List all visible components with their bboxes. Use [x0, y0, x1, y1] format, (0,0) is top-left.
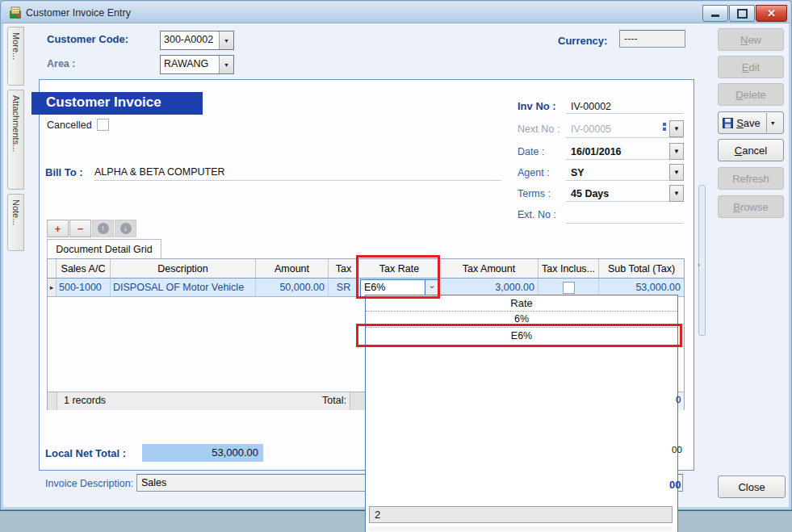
- date-label: Date :: [518, 146, 544, 157]
- chevron-down-icon: ▼: [673, 125, 680, 132]
- maximize-button[interactable]: [729, 5, 755, 22]
- next-no-dropdown-button[interactable]: ▼: [669, 120, 684, 137]
- arrow-up-icon: ↑: [98, 223, 109, 234]
- col-tax[interactable]: Tax: [329, 259, 359, 278]
- date-value[interactable]: 16/01/2016: [571, 146, 622, 157]
- refresh-button[interactable]: Refresh: [718, 167, 784, 190]
- terms-dropdown-button[interactable]: ▼: [669, 185, 684, 202]
- chevron-down-icon: ▼: [673, 169, 680, 176]
- browse-button[interactable]: Browse: [718, 195, 784, 218]
- sidebar-tab-more[interactable]: More...: [7, 27, 24, 86]
- currency-field[interactable]: ----: [619, 30, 685, 48]
- remove-row-button[interactable]: −: [69, 220, 91, 237]
- cell-tax-inclusive[interactable]: [538, 279, 599, 296]
- currency-value: ----: [624, 33, 638, 44]
- date-dropdown-button[interactable]: ▼: [669, 143, 684, 160]
- arrow-down-icon: ↓: [120, 223, 132, 234]
- minus-icon: −: [78, 223, 84, 235]
- local-net-total-value: 53,000.00: [142, 444, 263, 462]
- popup-record-count: 2: [369, 506, 673, 523]
- sidebar-tab-note[interactable]: Note...: [7, 194, 24, 251]
- cancelled-label: Cancelled: [47, 119, 92, 131]
- terms-value[interactable]: 45 Days: [571, 188, 609, 199]
- form-banner: Customer Invoice: [31, 92, 203, 115]
- ext-no-label: Ext. No :: [518, 209, 556, 220]
- agent-dropdown-button[interactable]: ▼: [669, 164, 684, 181]
- area-label: Area :: [47, 58, 75, 69]
- customer-code-label: Customer Code:: [47, 33, 128, 45]
- close-icon: ✕: [767, 7, 776, 19]
- invoice-description-label: Invoice Description:: [45, 478, 133, 489]
- area-combo[interactable]: RAWANG ▼: [160, 55, 234, 74]
- col-indicator: [48, 259, 57, 278]
- sidebar-tab-attachments-label: Attachments...: [11, 95, 21, 152]
- lookup-icon: [663, 123, 666, 126]
- customer-code-value: 300-A0002: [161, 31, 219, 49]
- save-dropdown-icon[interactable]: ▼: [766, 113, 779, 132]
- new-button-label: New: [740, 34, 761, 46]
- obscured-total-fragment: 00: [672, 445, 682, 455]
- annotation-box-tax-rate-column: [356, 255, 440, 299]
- chevron-down-icon[interactable]: ▼: [219, 31, 233, 49]
- customer-code-combo[interactable]: 300-A0002 ▼: [160, 31, 234, 50]
- col-tax-amount[interactable]: Tax Amount: [440, 259, 538, 278]
- currency-label: Currency:: [558, 35, 607, 47]
- lookup-icon: [663, 128, 666, 131]
- inv-no-label: Inv No :: [518, 100, 556, 112]
- move-row-up-button[interactable]: ↑: [92, 220, 114, 237]
- tab-document-detail-grid[interactable]: Document Detail Grid: [47, 239, 161, 259]
- cancelled-checkbox[interactable]: [97, 119, 109, 131]
- minimize-icon: [711, 15, 719, 17]
- delete-button[interactable]: Delete: [718, 83, 784, 106]
- next-no-value: IV-00005: [571, 124, 611, 135]
- save-button[interactable]: Save ▼: [718, 111, 784, 134]
- chevron-down-icon: ▼: [673, 190, 680, 197]
- chevron-down-icon: ▼: [673, 148, 680, 155]
- inv-no-value[interactable]: IV-00002: [571, 101, 611, 112]
- col-sub-total[interactable]: Sub Total (Tax): [599, 259, 684, 278]
- col-tax-inclusive[interactable]: Tax Inclus...: [538, 259, 599, 278]
- cancel-button[interactable]: Cancel: [718, 139, 784, 161]
- maximize-icon: [737, 9, 748, 19]
- cell-sales-ac[interactable]: 500-1000: [57, 279, 111, 296]
- cancel-button-label: Cancel: [735, 145, 767, 157]
- sidebar-tab-note-label: Note...: [11, 199, 21, 225]
- close-button[interactable]: Close: [718, 475, 786, 498]
- obscured-net-total-fragment: 00: [669, 479, 681, 491]
- plus-icon: +: [55, 223, 61, 235]
- terms-label: Terms :: [518, 188, 551, 199]
- col-amount[interactable]: Amount: [256, 259, 329, 278]
- next-no-label: Next No :: [518, 124, 559, 135]
- invoice-description-value: Sales: [141, 477, 166, 488]
- total-label: Total:: [300, 392, 346, 410]
- chevron-down-icon[interactable]: ▼: [219, 56, 233, 73]
- area-value: RAWANG: [161, 56, 219, 73]
- move-row-down-button[interactable]: ↓: [115, 220, 136, 237]
- sidebar-tab-attachments[interactable]: Attachments...: [7, 90, 24, 190]
- bill-to-label: Bill To :: [45, 166, 83, 178]
- close-window-button[interactable]: ✕: [756, 5, 787, 22]
- edit-button[interactable]: Edit: [718, 56, 784, 78]
- window-title: Customer Invoice Entry: [26, 7, 131, 19]
- close-button-label: Close: [738, 481, 765, 493]
- edit-button-label: Edit: [742, 61, 760, 73]
- minimize-button[interactable]: [702, 5, 728, 22]
- col-sales-ac[interactable]: Sales A/C: [57, 259, 111, 278]
- cell-tax[interactable]: SR: [329, 279, 359, 296]
- save-button-label: Save: [736, 117, 761, 129]
- tax-inclusive-checkbox[interactable]: [563, 282, 575, 294]
- bill-to-value[interactable]: ALPHA & BETA COMPUTER: [94, 166, 225, 178]
- cell-sub-total[interactable]: 53,000.00: [599, 279, 684, 296]
- annotation-box-e6-option: [356, 324, 682, 347]
- cell-tax-amount[interactable]: 3,000.00: [440, 279, 538, 296]
- expand-right-icon: ›: [698, 261, 700, 269]
- col-description[interactable]: Description: [111, 259, 256, 278]
- ext-no-value[interactable]: [566, 207, 683, 224]
- cell-amount[interactable]: 50,000.00: [256, 279, 329, 296]
- titlebar[interactable]: Customer Invoice Entry ✕: [2, 2, 790, 23]
- add-row-button[interactable]: +: [47, 220, 69, 237]
- popup-status-bar: [369, 526, 673, 531]
- new-button[interactable]: New: [718, 28, 784, 51]
- cell-description[interactable]: DISPOSAL OF Motor Vehicle: [111, 279, 256, 296]
- agent-value[interactable]: SY: [571, 167, 585, 178]
